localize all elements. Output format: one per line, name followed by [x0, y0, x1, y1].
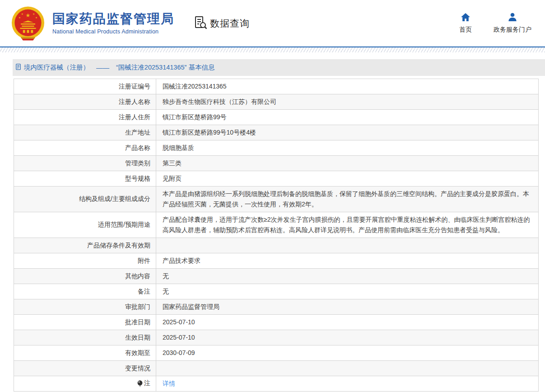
field-value-text: 产品技术要求: [163, 257, 200, 264]
site-header: ★ ★ ★ ★ ★ 国家药品监督管理局 National Medical Pro…: [0, 0, 545, 47]
field-label: 注册人名称: [14, 94, 156, 110]
field-label-text: 注册人名称: [119, 98, 150, 106]
field-value-text: 脱细胞基质: [163, 144, 194, 151]
field-value-text: 产品配合球囊使用，适用于流产次数≥2次并发生子宫内膜损伤的，且需要开展宫腔中重度…: [163, 216, 530, 233]
table-row: 生产地址镇江市新区楚桥路99号10号楼4楼: [14, 125, 539, 140]
table-row: 生效日期2025-07-10: [14, 330, 539, 345]
document-icon: [15, 63, 22, 72]
field-label: 其他内容: [14, 269, 156, 284]
field-value-text: 无: [163, 288, 169, 295]
field-value: 国家药品监督管理局: [156, 299, 539, 315]
svg-text:★: ★: [35, 16, 37, 19]
field-value-text: 2030-07-09: [163, 349, 195, 356]
table-row: 其他内容无: [14, 269, 539, 284]
nav-gov-portal-label: 政务服务门户: [494, 26, 531, 34]
field-label-text: 结构及组成/主要组成成分: [79, 195, 150, 203]
field-value: 本产品是由猪源组织经一系列脱细胞处理后制备的脱细胞基质，保留了细胞外基质的三维空…: [156, 187, 539, 212]
svg-text:★: ★: [26, 12, 31, 18]
table-row: 型号规格见附页: [14, 171, 539, 187]
field-value: 2025-07-10: [156, 330, 539, 345]
field-label-text: 备注: [138, 288, 150, 296]
field-label: 备注: [14, 284, 156, 299]
field-value: 国械注准20253141365: [156, 79, 539, 94]
field-label-text: 管理类别: [125, 159, 150, 168]
field-label: 管理类别: [14, 156, 156, 171]
field-label: 变更情况: [14, 361, 156, 376]
field-value-text: 国家药品监督管理局: [163, 303, 219, 310]
brand-block: 国家药品监督管理局 National Medical Products Admi…: [52, 12, 174, 34]
note-balloon-icon: [137, 380, 143, 387]
field-value: [156, 238, 539, 253]
field-label: 审批部门: [14, 299, 156, 315]
field-label-text: 产品储存条件及有效期: [87, 242, 150, 250]
field-value: 独步吾奇生物医疗科技（江苏）有限公司: [156, 94, 539, 110]
table-row: 管理类别第三类: [14, 156, 539, 171]
field-label: 注册人住所: [14, 110, 156, 125]
breadcrumb: 境内医疗器械（注册） —— “国械注准20253141365” 基本信息: [13, 59, 545, 76]
table-row: 有效期至2030-07-09: [14, 345, 539, 361]
field-label-text: 变更情况: [125, 364, 150, 373]
field-label-text: 注册人住所: [119, 113, 150, 121]
field-label-text: 生产地址: [125, 129, 150, 137]
svg-text:★: ★: [33, 12, 35, 15]
field-value-text: 镇江市新区楚桥路99号: [163, 113, 227, 121]
field-label: 型号规格: [14, 171, 156, 187]
table-row: 附件产品技术要求: [14, 253, 539, 269]
table-row: 产品储存条件及有效期: [14, 238, 539, 253]
field-label: 生效日期: [14, 330, 156, 345]
svg-text:★: ★: [21, 12, 23, 15]
table-row: 注册证编号国械注准20253141365: [14, 79, 539, 94]
field-value: 产品技术要求: [156, 253, 539, 269]
national-emblem-logo: ★ ★ ★ ★ ★: [10, 5, 46, 42]
data-query-link[interactable]: 数据查询: [193, 15, 250, 32]
field-label-text: 批准日期: [125, 318, 150, 327]
table-row: 备注无: [14, 284, 539, 299]
field-label: 注册证编号: [14, 79, 156, 94]
data-query-label: 数据查询: [210, 17, 250, 30]
site-subtitle: National Medical Products Administration: [52, 28, 174, 35]
breadcrumb-section[interactable]: 境内医疗器械（注册）: [24, 63, 89, 72]
field-label-text: 型号规格: [125, 175, 150, 183]
header-nav: 首页 政务服务门户: [459, 13, 531, 34]
field-label-text: 产品名称: [125, 144, 150, 152]
field-value: 无: [156, 284, 539, 299]
field-value: 2025-07-10: [156, 315, 539, 330]
field-value: 脱细胞基质: [156, 140, 539, 156]
field-value: 2030-07-09: [156, 345, 539, 361]
field-value: 见附页: [156, 171, 539, 187]
field-value: 无: [156, 269, 539, 284]
field-value-text: 独步吾奇生物医疗科技（江苏）有限公司: [163, 98, 276, 105]
table-row: 审批部门国家药品监督管理局: [14, 299, 539, 315]
document-search-icon: [193, 15, 208, 32]
site-title: 国家药品监督管理局: [52, 12, 174, 26]
field-label-text: 注: [144, 379, 150, 387]
registration-info-table: 注册证编号国械注准20253141365注册人名称独步吾奇生物医疗科技（江苏）有…: [14, 79, 539, 392]
table-row: 产品名称脱细胞基质: [14, 140, 539, 156]
field-label: 结构及组成/主要组成成分: [14, 187, 156, 212]
field-label-text: 适用范围/预期用途: [98, 221, 150, 229]
field-label: 生产地址: [14, 125, 156, 140]
field-label-text: 审批部门: [125, 303, 150, 311]
field-value-text: 2025-07-10: [163, 334, 195, 341]
hatched-band: [0, 47, 545, 52]
nav-item-home[interactable]: 首页: [459, 13, 472, 34]
detail-link[interactable]: 详情: [163, 380, 175, 387]
breadcrumb-current: “国械注准20253141365” 基本信息: [116, 63, 214, 72]
table-row: 结构及组成/主要组成成分本产品是由猪源组织经一系列脱细胞处理后制备的脱细胞基质，…: [14, 187, 539, 212]
field-value: 产品配合球囊使用，适用于流产次数≥2次并发生子宫内膜损伤的，且需要开展宫腔中重度…: [156, 212, 539, 238]
field-value: [156, 361, 539, 376]
nav-item-gov-portal[interactable]: 政务服务门户: [494, 13, 531, 34]
table-row: 注册人住所镇江市新区楚桥路99号: [14, 110, 539, 125]
table-row: 注详情: [14, 376, 539, 392]
field-value-text: 无: [163, 272, 169, 280]
field-label-text: 有效期至: [125, 349, 150, 357]
field-value-text: 本产品是由猪源组织经一系列脱细胞处理后制备的脱细胞基质，保留了细胞外基质的三维空…: [163, 190, 529, 208]
field-label-text: 生效日期: [125, 334, 150, 342]
registration-info-table-wrap: 注册证编号国械注准20253141365注册人名称独步吾奇生物医疗科技（江苏）有…: [14, 79, 539, 392]
field-value: 镇江市新区楚桥路99号: [156, 110, 539, 125]
field-label: 适用范围/预期用途: [14, 212, 156, 238]
table-row: 变更情况: [14, 361, 539, 376]
field-value-text: 2025-07-10: [163, 318, 195, 326]
table-row: 注册人名称独步吾奇生物医疗科技（江苏）有限公司: [14, 94, 539, 110]
field-label-text: 其他内容: [125, 272, 150, 280]
